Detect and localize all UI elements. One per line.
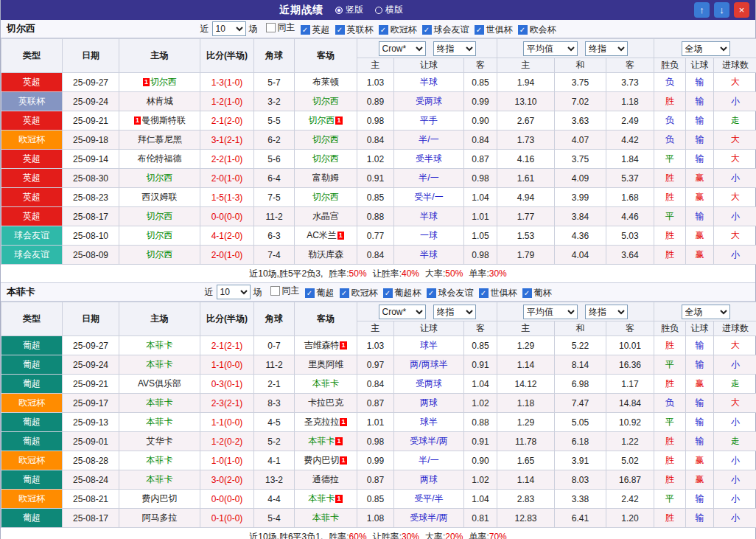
col-odds-home: 主: [357, 58, 394, 73]
filter-check-league[interactable]: ✓世俱杯: [479, 287, 517, 299]
corner-count: 7-5: [254, 188, 295, 207]
result-wdl: 胜: [654, 451, 686, 470]
away-team[interactable]: 里奥阿维: [295, 355, 357, 375]
away-team[interactable]: 吉维森特1: [295, 336, 357, 355]
result-handicap: 赢: [686, 226, 714, 246]
odds-home: 1.03: [357, 73, 394, 92]
away-team[interactable]: 富勒姆: [295, 169, 357, 188]
match-count-select[interactable]: 10: [217, 285, 251, 299]
move-up-button[interactable]: ↑: [694, 2, 710, 18]
away-team[interactable]: 本菲卡: [295, 509, 357, 528]
match-row: 英超25-09-271切尔西1-3(1-0)5-7布莱顿1.03半球0.851.…: [1, 73, 756, 92]
odds-time-select[interactable]: 终指: [433, 305, 476, 319]
home-team[interactable]: 1曼彻斯特联: [119, 111, 200, 131]
home-team[interactable]: 切尔西: [119, 169, 200, 188]
scope-select[interactable]: 全场: [682, 41, 730, 56]
avg-home: 13.10: [497, 92, 555, 111]
odds-handicap: 受两球: [394, 375, 464, 394]
home-team[interactable]: 切尔西: [119, 246, 200, 265]
away-team[interactable]: 本菲卡1: [295, 490, 357, 509]
avg-time-select[interactable]: 终指: [585, 41, 628, 56]
corner-count: 5-4: [254, 509, 295, 528]
odds-handicap: 半球: [394, 73, 464, 92]
filter-check-league[interactable]: ✓葡超: [305, 287, 335, 299]
away-team[interactable]: 本菲卡: [295, 375, 357, 394]
home-team[interactable]: 本菲卡: [119, 413, 200, 432]
away-team[interactable]: 切尔西: [295, 188, 357, 207]
away-team[interactable]: 切尔西: [295, 92, 357, 111]
home-team[interactable]: 本菲卡: [119, 451, 200, 470]
league-badge: 葡超: [1, 355, 63, 375]
odds-time-select[interactable]: 终指: [433, 41, 476, 56]
away-team[interactable]: 切尔西: [295, 131, 357, 150]
filter-check-league[interactable]: ✓欧冠杯: [379, 24, 417, 36]
home-team[interactable]: 本菲卡: [119, 355, 200, 375]
home-team[interactable]: 费内巴切: [119, 490, 200, 509]
avg-home: 1.53: [497, 226, 555, 246]
away-team[interactable]: 切尔西: [295, 150, 357, 169]
away-team[interactable]: 切尔西1: [295, 111, 357, 131]
home-team[interactable]: 布伦特福德: [119, 150, 200, 169]
home-team[interactable]: 切尔西: [119, 226, 200, 246]
away-team[interactable]: 费内巴切1: [295, 451, 357, 470]
filter-check-league[interactable]: ✓英联杯: [335, 24, 374, 36]
filter-check-league[interactable]: ✓葡超杯: [383, 287, 421, 299]
corner-count: 3-2: [254, 92, 295, 111]
radio-horizontal-layout[interactable]: 横版: [375, 4, 403, 16]
home-team-name: 费内巴切: [142, 493, 178, 504]
home-team[interactable]: 本菲卡: [119, 394, 200, 413]
filter-check-league[interactable]: ✓欧冠杯: [340, 287, 378, 299]
move-down-button[interactable]: ↓: [714, 2, 729, 18]
avg-odds-select[interactable]: 平均值: [523, 305, 578, 319]
home-team[interactable]: 1切尔西: [119, 73, 200, 92]
match-date: 25-09-21: [63, 375, 119, 394]
away-team[interactable]: AC米兰1: [295, 226, 357, 246]
home-team-name: 曼彻斯特联: [141, 115, 186, 125]
away-team[interactable]: 本菲卡1: [295, 432, 357, 451]
away-team[interactable]: 布莱顿: [295, 73, 357, 92]
close-button[interactable]: ×: [734, 2, 749, 18]
home-team[interactable]: 艾华卡: [119, 432, 200, 451]
home-team[interactable]: AVS俱乐部: [119, 375, 200, 394]
home-team[interactable]: 本菲卡: [119, 336, 200, 355]
league-badge: 英超: [1, 150, 63, 169]
home-team[interactable]: 林肯城: [119, 92, 200, 111]
away-team[interactable]: 通德拉: [295, 470, 357, 490]
away-team[interactable]: 水晶宫: [295, 207, 357, 226]
away-team[interactable]: 勒沃库森: [295, 246, 357, 265]
match-score: 2-0(1-0): [200, 246, 254, 265]
avg-odds-select[interactable]: 平均值: [523, 41, 578, 56]
home-team[interactable]: 西汉姆联: [119, 188, 200, 207]
filter-check-league[interactable]: ✓世俱杯: [475, 24, 513, 36]
team-section: 切尔西 近 10 场 同主✓英超✓英联杯✓欧冠杯✓球会友谊✓世俱杯✓欧会杯 类型…: [1, 20, 755, 283]
home-team[interactable]: 本菲卡: [119, 470, 200, 490]
result-handicap: 赢: [686, 470, 714, 490]
odds-source-select[interactable]: Crow*: [379, 305, 426, 319]
filter-check-same-home[interactable]: 同主: [270, 285, 300, 297]
match-count-select[interactable]: 10: [212, 21, 246, 36]
home-team[interactable]: 切尔西: [119, 207, 200, 226]
filter-check-league[interactable]: ✓欧会杯: [518, 24, 556, 36]
odds-handicap: 半/一: [394, 169, 464, 188]
radio-vertical-layout[interactable]: 竖版: [335, 4, 363, 16]
away-team[interactable]: 圣克拉拉1: [295, 413, 357, 432]
home-team[interactable]: 拜仁慕尼黑: [119, 131, 200, 150]
filter-check-league[interactable]: ✓葡杯: [522, 287, 552, 299]
scope-group: 全场: [654, 302, 756, 321]
filter-check-league[interactable]: ✓球会友谊: [422, 24, 469, 36]
avg-draw: 5.05: [555, 413, 606, 432]
avg-time-select[interactable]: 终指: [585, 305, 628, 319]
scope-select[interactable]: 全场: [682, 305, 730, 319]
away-team[interactable]: 卡拉巴克: [295, 394, 357, 413]
result-wdl: 平: [654, 150, 686, 169]
odds-away: 1.02: [464, 394, 497, 413]
filter-check-league[interactable]: ✓英超: [301, 24, 330, 36]
team-section-header: 本菲卡 近 10 场 同主✓葡超✓欧冠杯✓葡超杯✓球会友谊✓世俱杯✓葡杯: [1, 283, 755, 302]
col-type: 类型: [1, 302, 63, 336]
filter-check-label: 欧冠杯: [391, 24, 417, 36]
odds-source-select[interactable]: Crow*: [379, 41, 426, 56]
result-handicap: 输: [686, 131, 714, 150]
filter-check-league[interactable]: ✓球会友谊: [427, 287, 474, 299]
filter-check-same-home[interactable]: 同主: [266, 21, 295, 34]
home-team[interactable]: 阿马多拉: [119, 509, 200, 528]
